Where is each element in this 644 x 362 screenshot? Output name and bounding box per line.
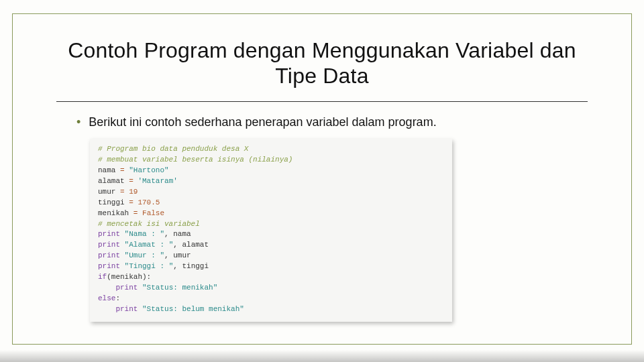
code-line: menikah = False [98,208,444,219]
code-line: print "Nama : ", nama [98,229,444,240]
code-block: # Program bio data penduduk desa X # mem… [90,139,452,322]
code-line: print "Status: menikah" [98,283,444,294]
code-line: # membuat variabel beserta isinya (nilai… [98,155,444,166]
code-line: nama = "Hartono" [98,166,444,176]
bullet-icon: • [76,114,80,131]
bullet-row: • Berikut ini contoh sederhana penerapan… [13,102,631,131]
code-line: # Program bio data penduduk desa X [98,144,444,155]
bottom-shadow [0,350,644,362]
code-line: print "Alamat : ", alamat [98,240,444,251]
slide-frame: Contoh Program dengan Menggunakan Variab… [12,13,632,345]
code-line: else: [98,294,444,304]
slide-title: Contoh Program dengan Menggunakan Variab… [13,14,631,96]
code-line: if(menikah): [98,272,444,283]
code-line: tinggi = 170.5 [98,198,444,208]
code-line: print "Umur : ", umur [98,251,444,261]
code-line: umur = 19 [98,187,444,198]
code-line: print "Tinggi : ", tinggi [98,261,444,272]
bullet-text: Berikut ini contoh sederhana penerapan v… [89,114,436,131]
code-line: # mencetak isi variabel [98,219,444,230]
code-line: alamat = 'Mataram' [98,176,444,187]
code-line: print "Status: belum menikah" [98,304,444,315]
